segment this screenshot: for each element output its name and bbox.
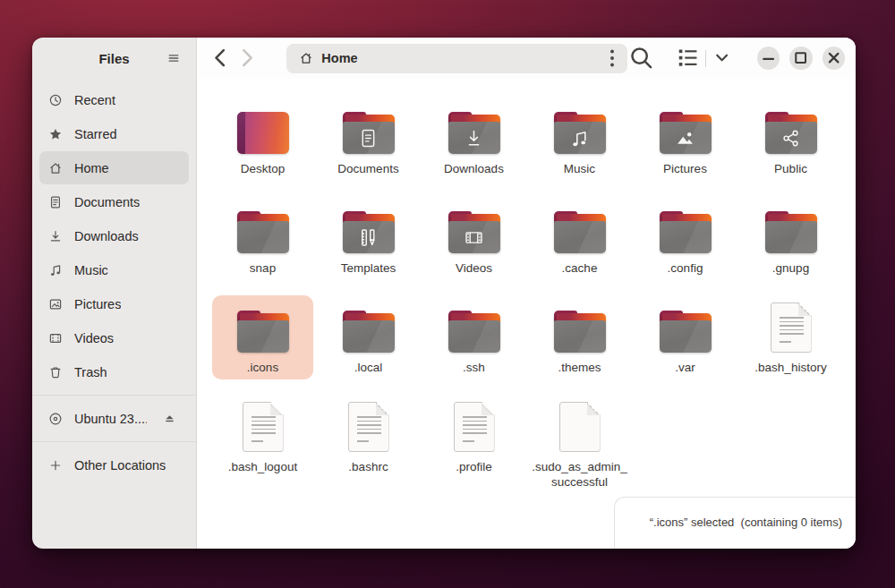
main-menu-button[interactable] [160, 45, 187, 72]
list-view-icon [675, 45, 701, 71]
folder-icon [448, 311, 500, 353]
back-button[interactable] [208, 45, 234, 72]
file-view: Desktop Documents Downloads Musi [197, 79, 856, 549]
grid-item-var[interactable]: .var [635, 295, 736, 379]
grid-item-label: .config [668, 260, 703, 276]
desktop-folder-icon [237, 112, 289, 154]
folder-icon [237, 311, 289, 353]
hamburger-menu-icon [166, 51, 181, 65]
text-file-icon [243, 402, 284, 452]
folder-icon [554, 112, 606, 154]
home-icon [299, 51, 313, 65]
minimize-icon [757, 47, 780, 69]
grid-item-label: .ssh [463, 360, 485, 375]
grid-item-gnupg[interactable]: .gnupg [740, 196, 841, 280]
grid-item-documents[interactable]: Documents [318, 97, 419, 181]
sidebar-item-label: Music [74, 263, 108, 277]
maximize-button[interactable] [789, 47, 812, 70]
grid-item-label: .profile [456, 459, 492, 474]
search-button[interactable] [627, 44, 655, 72]
folder-icon [554, 211, 606, 253]
grid-item-desktop[interactable]: Desktop [212, 97, 313, 181]
view-options-dropdown-button[interactable] [711, 47, 733, 70]
grid-item-cache[interactable]: .cache [529, 196, 630, 280]
grid-item-label: .gnupg [772, 260, 809, 276]
folder-icon [343, 311, 395, 353]
grid-item-ssh[interactable]: .ssh [423, 295, 524, 379]
sidebar: Files Recent Starred Home [32, 38, 197, 549]
grid-item-label: .bash_logout [228, 459, 297, 474]
folder-icon [448, 112, 500, 154]
video-icon [48, 331, 63, 345]
minimize-button[interactable] [757, 47, 780, 70]
grid-item-public[interactable]: Public [740, 97, 841, 181]
grid-item-sudo-as-admin-successful[interactable]: .sudo_as_admin_successful [529, 395, 630, 494]
music-icon [48, 263, 63, 277]
grid-item-downloads[interactable]: Downloads [423, 97, 524, 181]
grid-item-label: .var [675, 360, 695, 375]
grid-item-icons[interactable]: .icons [212, 295, 313, 379]
sidebar-item-videos[interactable]: Videos [39, 321, 189, 354]
sidebar-item-ubuntu-volume[interactable]: Ubuntu 23.... [39, 402, 189, 435]
view-button-divider [705, 50, 706, 67]
grid-item-label: .icons [247, 360, 278, 375]
file-grid: Desktop Documents Downloads Musi [212, 97, 856, 494]
sidebar-item-label: Recent [74, 93, 115, 107]
grid-item-bash-history[interactable]: .bash_history [740, 295, 841, 379]
sidebar-item-label: Starred [74, 127, 117, 141]
grid-item-label: Templates [341, 260, 396, 276]
sidebar-divider [32, 441, 196, 442]
folder-icon [765, 211, 817, 253]
other-locations-label: Other Locations [74, 458, 166, 473]
folder-icon [448, 211, 500, 253]
sidebar-item-downloads[interactable]: Downloads [39, 219, 189, 252]
sidebar-item-documents[interactable]: Documents [39, 185, 189, 218]
folder-icon [660, 311, 712, 353]
folder-icon [343, 211, 395, 253]
grid-item-templates[interactable]: Templates [318, 196, 419, 280]
sidebar-item-trash[interactable]: Trash [39, 355, 189, 388]
eject-button[interactable] [158, 408, 180, 430]
grid-item-bashrc[interactable]: .bashrc [318, 395, 419, 494]
text-file-icon [454, 402, 495, 452]
path-context-menu-button[interactable] [600, 46, 625, 71]
grid-item-label: .sudo_as_admin_successful [531, 459, 628, 490]
back-icon [208, 45, 234, 71]
sidebar-item-pictures[interactable]: Pictures [39, 287, 189, 320]
sidebar-item-other-locations[interactable]: Other Locations [39, 448, 189, 481]
sidebar-item-label: Home [74, 161, 109, 175]
picture-icon [48, 297, 63, 311]
download-icon [48, 229, 63, 243]
maximize-icon [789, 47, 812, 69]
sidebar-item-home[interactable]: Home [39, 151, 189, 184]
grid-item-local[interactable]: .local [318, 295, 419, 379]
grid-item-label: Desktop [241, 161, 286, 176]
grid-item-label: snap [250, 260, 276, 276]
sidebar-item-starred[interactable]: Starred [39, 117, 189, 150]
sidebar-item-music[interactable]: Music [39, 253, 189, 286]
grid-item-snap[interactable]: snap [212, 196, 313, 280]
folder-icon [765, 112, 817, 154]
grid-item-music[interactable]: Music [529, 97, 630, 181]
sidebar-item-recent[interactable]: Recent [39, 83, 189, 116]
grid-item-config[interactable]: .config [635, 196, 736, 280]
grid-item-label: Pictures [663, 161, 707, 176]
grid-item-videos[interactable]: Videos [423, 196, 524, 280]
current-location-label: Home [321, 51, 357, 65]
grid-item-label: Public [774, 161, 807, 176]
grid-item-profile[interactable]: .profile [423, 395, 524, 494]
sidebar-item-label: Videos [74, 331, 114, 345]
star-icon [48, 127, 63, 141]
grid-item-pictures[interactable]: Pictures [635, 97, 736, 181]
volume-label: Ubuntu 23.... [74, 412, 147, 426]
path-bar[interactable]: Home [286, 44, 626, 73]
blank-file-icon [559, 402, 601, 452]
sidebar-item-label: Pictures [74, 297, 121, 311]
view-toggle-button[interactable] [675, 45, 701, 72]
plus-icon [48, 458, 63, 473]
forward-button[interactable] [234, 45, 260, 72]
grid-item-bash-logout[interactable]: .bash_logout [212, 395, 313, 494]
grid-item-label: .themes [558, 360, 601, 375]
grid-item-themes[interactable]: .themes [529, 295, 630, 379]
close-button[interactable] [823, 47, 845, 70]
